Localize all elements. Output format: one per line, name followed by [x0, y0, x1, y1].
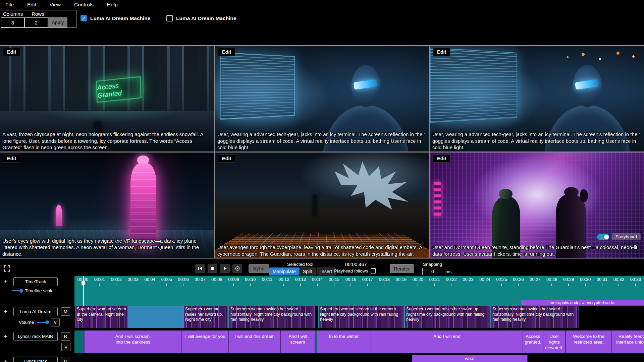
- volume-label: Volume: [19, 320, 34, 325]
- lyrics-clip-label: User rights elevated.: [543, 330, 565, 353]
- lyrics-main-track-button[interactable]: LyricsTrack MAIN: [13, 332, 58, 341]
- fullscreen-icon[interactable]: [3, 265, 11, 272]
- storyboard-toggle[interactable]: [597, 234, 609, 240]
- luma-checkbox-group-1: ✓ Luma AI Dream Machine: [80, 15, 150, 21]
- storyboard-cell-4: Edit User's eyes glow with digital light…: [0, 153, 214, 258]
- lyrics-track-header: + LyricsTrack R: [0, 355, 74, 362]
- edit-button[interactable]: Edit: [218, 48, 235, 56]
- skip-start-button[interactable]: [195, 264, 205, 273]
- partial-text-clip[interactable]: metropolis under a encrypted code.: [521, 300, 644, 305]
- edit-button[interactable]: Edit: [3, 48, 20, 56]
- video-editor-app: FileEditViewControlsHelp Columns Rows Ap…: [0, 0, 644, 362]
- add-track-button[interactable]: +: [1, 308, 10, 315]
- ruler-tick-label: 00:12: [275, 277, 292, 282]
- v-button[interactable]: V: [51, 318, 60, 326]
- add-track-button[interactable]: +: [1, 357, 10, 362]
- menu-item[interactable]: File: [5, 2, 14, 8]
- mute-button[interactable]: M: [61, 307, 70, 316]
- menu-item[interactable]: Controls: [74, 2, 94, 8]
- ruler-tick-label: 00:10: [242, 277, 259, 282]
- ruler-tick-label: 00:20: [410, 277, 426, 282]
- neon-avatar-shape: [130, 163, 156, 243]
- lyrics-clip-label: Access granted.: [523, 330, 543, 353]
- timetrack-header: + TimeTrack Timeline scale: [0, 276, 74, 306]
- video-clip[interactable]: Superhero woman scream at the camera. Ni…: [75, 306, 128, 328]
- manipulate-tool-button[interactable]: Manipulate: [269, 267, 300, 276]
- luma-checkbox-label: Luma AI Dream Machine: [90, 15, 150, 21]
- edit-button[interactable]: Edit: [3, 155, 20, 163]
- lyrics-track-button[interactable]: LyricsTrack: [13, 357, 58, 362]
- lyrics-clip[interactable]: And I will end: [371, 330, 523, 353]
- edit-button[interactable]: Edit: [433, 155, 450, 163]
- lyrics-clip[interactable]: I will end this dream: [229, 330, 280, 353]
- lyrics-clip[interactable]: And I will scream, into the darkness: [84, 330, 182, 353]
- lyrics-clip[interactable]: Welcome to the restricted area.: [566, 330, 612, 353]
- lyrics-clip[interactable]: what: [412, 355, 528, 362]
- frame-caption: User's eyes glow with digital light as t…: [2, 238, 212, 257]
- timeline-content: 00:0000:0100:0200:0300:0400:0500:0600:07…: [74, 276, 644, 362]
- r-button[interactable]: R: [61, 332, 70, 341]
- volume-slider[interactable]: [37, 322, 47, 323]
- r-button[interactable]: R: [61, 357, 70, 362]
- lyrics-clip[interactable]: Reality feedback interface unlocked.: [612, 330, 644, 353]
- storyboard-toggle-row: Storyboard: [597, 233, 641, 240]
- video-clip[interactable]: Superhero woman raises her sword up. Nig…: [183, 306, 229, 328]
- lyrics-clip[interactable]: User rights elevated.: [543, 330, 566, 353]
- lyrics-clip[interactable]: In to the winter: [317, 330, 371, 353]
- lyrics-clip-label: And I will scream: [287, 330, 308, 353]
- v-button[interactable]: V: [61, 343, 70, 351]
- video-clip[interactable]: Superhero woman raises her sword up. Nig…: [405, 306, 491, 328]
- video-clip[interactable]: [128, 306, 183, 328]
- ruler-tick-label: 00:30: [577, 277, 594, 282]
- timetrack-button[interactable]: TimeTrack: [13, 277, 58, 286]
- video-clip[interactable]: Superhero woman swings her sword horizon…: [229, 306, 315, 328]
- stop-button[interactable]: [208, 264, 217, 273]
- lyrics-main-track-header: + LyricsTrack MAIN R V: [0, 330, 74, 353]
- add-track-button[interactable]: +: [1, 278, 10, 286]
- luma-checkbox-checked[interactable]: ✓: [80, 15, 87, 21]
- lyrics-clip[interactable]: And I will scream: [280, 330, 315, 353]
- playhead-follows-label: Playhead follows: [334, 268, 368, 274]
- ruler-tick-label: 00:09: [225, 277, 242, 282]
- timeline-scale-slider[interactable]: [11, 290, 21, 291]
- split-tool-button[interactable]: Split: [299, 267, 316, 276]
- menu-item[interactable]: View: [50, 2, 61, 8]
- lyrics-clip[interactable]: I will avenge for you: [182, 330, 229, 353]
- add-track-button[interactable]: +: [1, 333, 10, 340]
- play-button[interactable]: [220, 264, 230, 273]
- luma-track-button[interactable]: Luma AI Dream: [13, 307, 58, 316]
- ruler-tick-label: 00:08: [209, 277, 225, 282]
- sync-button[interactable]: Sync: [249, 264, 269, 273]
- edit-button[interactable]: Edit: [433, 48, 450, 56]
- playhead[interactable]: [83, 276, 84, 306]
- edit-button[interactable]: Edit: [218, 155, 235, 163]
- lyrics-clip[interactable]: Access granted.: [523, 330, 543, 353]
- ruler-tick-label: 00:03: [125, 277, 142, 282]
- insert-tool-button[interactable]: Insert: [317, 267, 336, 276]
- record-loop-button[interactable]: [232, 264, 242, 273]
- timeline-ruler[interactable]: 00:0000:0100:0200:0300:0400:0500:0600:07…: [74, 276, 644, 306]
- apply-button[interactable]: Apply: [48, 17, 67, 27]
- ruler-tick-label: 00:18: [376, 277, 393, 282]
- video-clip-label: Superhero woman raises her sword up. Nig…: [184, 306, 228, 323]
- video-clip[interactable]: Superhero woman scream at the camera. Ni…: [318, 306, 405, 328]
- snapping-unit-label: ms: [445, 269, 451, 274]
- ruler-tick-label: 00:17: [359, 277, 376, 282]
- menu-item[interactable]: Edit: [27, 2, 36, 8]
- storyboard-cell-3: Edit User, wearing a advanced tech-gear,…: [430, 46, 644, 152]
- video-clip-label: Superhero woman scream at the camera. Ni…: [75, 306, 127, 323]
- lyrics-main-track: And I will scream, into the darkness I w…: [74, 330, 644, 353]
- playhead-follows-checkbox[interactable]: [371, 268, 376, 274]
- rows-input[interactable]: [24, 17, 48, 27]
- ruler-tick-marks: [83, 284, 644, 286]
- menu-item[interactable]: Help: [107, 2, 118, 8]
- render-button[interactable]: Render: [390, 264, 414, 273]
- columns-input[interactable]: [1, 17, 24, 27]
- transport-bar: Sync Selected tool Manipulate Split Inse…: [0, 261, 644, 276]
- selected-tool-label: Selected tool: [269, 262, 331, 267]
- rows-label: Rows: [32, 11, 44, 17]
- luma-checkbox-unchecked[interactable]: [166, 15, 173, 21]
- storyboard-cell-2: Edit User, wearing a advanced tech-gear,…: [215, 46, 429, 152]
- snapping-input[interactable]: [422, 268, 443, 275]
- video-clip[interactable]: Superhero woman swings her sword horizon…: [491, 306, 579, 328]
